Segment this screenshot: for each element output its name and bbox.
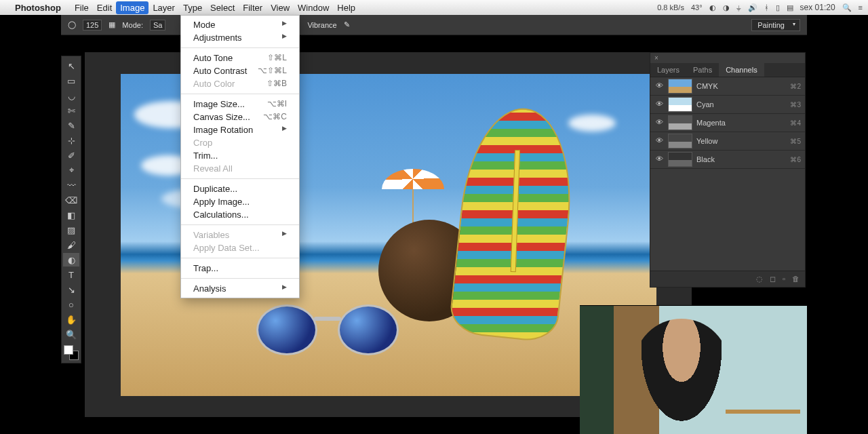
umbrella-graphic — [412, 179, 414, 226]
menuitem-trap[interactable]: Trap... — [181, 262, 299, 275]
menu-select[interactable]: Select — [206, 1, 239, 14]
channels-panel: × LayersPathsChannels 👁CMYK⌘2👁Cyan⌘3👁Mag… — [650, 52, 806, 288]
volume-icon[interactable]: 🔊 — [748, 3, 757, 12]
load-selection-icon[interactable]: ◌ — [756, 275, 763, 283]
menuitem-image-size[interactable]: Image Size...⌥⌘I — [181, 98, 299, 111]
menuitem-label: Trap... — [193, 263, 218, 273]
cloud-graphic — [568, 115, 616, 132]
tool-10[interactable]: ◧ — [63, 208, 79, 222]
tool-14[interactable]: T — [63, 268, 79, 281]
menuitem-shortcut: ⇧⌘L — [267, 53, 287, 63]
tool-15[interactable]: ↘ — [63, 283, 79, 296]
tool-4[interactable]: ✎ — [63, 119, 79, 132]
menuitem-label: Apply Data Set... — [193, 243, 260, 253]
menuitem-label: Image Size... — [193, 99, 245, 109]
menuitem-label: Auto Contrast — [193, 66, 248, 76]
menu-help[interactable]: Help — [333, 1, 359, 14]
brush-panel-icon[interactable]: ▦ — [108, 20, 115, 29]
spotlight-icon[interactable]: 🔍 — [842, 3, 852, 12]
tool-6[interactable]: ✐ — [63, 149, 79, 162]
mode-label: Mode: — [122, 21, 143, 29]
menuitem-canvas-size[interactable]: Canvas Size...⌥⌘C — [181, 111, 299, 123]
menu-layer[interactable]: Layer — [149, 1, 179, 14]
battery-icon[interactable]: ▯ — [776, 3, 780, 12]
menu-file[interactable]: File — [71, 1, 93, 14]
menuitem-auto-color: Auto Color⇧⌘B — [181, 77, 299, 90]
menuitem-image-rotation[interactable]: Image Rotation — [181, 123, 299, 136]
delete-channel-icon[interactable]: 🗑 — [792, 275, 800, 283]
tool-2[interactable]: ◡ — [63, 89, 79, 102]
menu-filter[interactable]: Filter — [239, 1, 267, 14]
menu-extras-icon[interactable]: ≡ — [859, 3, 863, 12]
menu-type[interactable]: Type — [179, 1, 206, 14]
channel-row-cmyk[interactable]: 👁CMYK⌘2 — [650, 77, 805, 96]
tool-0[interactable]: ↖ — [63, 59, 79, 73]
tool-18[interactable]: 🔍 — [63, 328, 79, 341]
tab-paths[interactable]: Paths — [686, 63, 719, 77]
menu-separator — [181, 224, 299, 225]
wifi-icon[interactable]: ⏚ — [736, 3, 741, 12]
tool-17[interactable]: ✋ — [63, 313, 79, 326]
channel-row-yellow[interactable]: 👁Yellow⌘5 — [650, 132, 805, 151]
menuitem-label: Calculations... — [193, 210, 249, 220]
panel-close-icon[interactable]: × — [650, 53, 805, 63]
tool-preset-icon[interactable]: ◯ — [68, 20, 76, 29]
menuitem-label: Adjustments — [193, 33, 242, 43]
channel-name: Cyan — [696, 100, 786, 108]
menu-edit[interactable]: Edit — [93, 1, 116, 14]
menuitem-crop: Crop — [181, 136, 299, 149]
menuitem-apply-image[interactable]: Apply Image... — [181, 195, 299, 208]
sunglasses-graphic — [256, 304, 399, 359]
save-selection-icon[interactable]: ◻ — [770, 275, 776, 283]
menuitem-duplicate[interactable]: Duplicate... — [181, 182, 299, 195]
menuitem-calculations[interactable]: Calculations... — [181, 208, 299, 221]
tool-12[interactable]: 🖌 — [63, 238, 79, 252]
clock[interactable]: sex 01:20 — [800, 3, 835, 12]
tool-1[interactable]: ▭ — [63, 74, 79, 87]
tablet-pressure-icon[interactable]: ✎ — [344, 20, 350, 29]
app-name[interactable]: Photoshop — [15, 3, 61, 13]
menu-view[interactable]: View — [267, 1, 294, 14]
tool-7[interactable]: ⌖ — [63, 163, 79, 177]
channel-row-black[interactable]: 👁Black⌘6 — [650, 151, 805, 169]
menu-window[interactable]: Window — [294, 1, 333, 14]
image-menu-dropdown: ModeAdjustmentsAuto Tone⇧⌘LAuto Contrast… — [180, 15, 300, 298]
network-speed: 0.8 kB/s — [657, 3, 684, 12]
tab-channels[interactable]: Channels — [719, 63, 764, 77]
menu-image[interactable]: Image — [116, 1, 149, 14]
visibility-icon[interactable]: 👁 — [654, 100, 664, 109]
tool-11[interactable]: ▨ — [63, 223, 79, 237]
visibility-icon[interactable]: 👁 — [654, 155, 664, 164]
channel-name: CMYK — [696, 82, 786, 90]
tool-3[interactable]: ✄ — [63, 104, 79, 117]
channel-row-magenta[interactable]: 👁Magenta⌘4 — [650, 114, 805, 132]
menuitem-label: Auto Color — [193, 79, 235, 89]
tool-9[interactable]: ⌫ — [63, 193, 79, 207]
tab-layers[interactable]: Layers — [650, 63, 686, 77]
new-channel-icon[interactable]: ▫ — [783, 275, 785, 283]
visibility-icon[interactable]: 👁 — [654, 81, 664, 91]
menuitem-auto-tone[interactable]: Auto Tone⇧⌘L — [181, 52, 299, 64]
color-swatches[interactable] — [64, 345, 79, 360]
workspace-dropdown[interactable]: Painting — [751, 19, 800, 31]
menuitem-auto-contrast[interactable]: Auto Contrast⌥⇧⌘L — [181, 64, 299, 77]
cpu-temp: 43° — [691, 3, 703, 12]
bluetooth-icon[interactable]: ᚼ — [764, 3, 769, 12]
tool-8[interactable]: 〰 — [63, 178, 79, 192]
channel-shortcut: ⌘4 — [790, 119, 801, 127]
brush-size-field[interactable]: 125 — [83, 20, 102, 31]
tool-16[interactable]: ○ — [63, 298, 79, 311]
channel-row-cyan[interactable]: 👁Cyan⌘3 — [650, 96, 805, 114]
visibility-icon[interactable]: 👁 — [654, 136, 664, 146]
menuitem-trim[interactable]: Trim... — [181, 149, 299, 162]
menuitem-adjustments[interactable]: Adjustments — [181, 31, 299, 44]
mode-dropdown[interactable]: Sa — [150, 20, 165, 31]
tool-13[interactable]: ◐ — [63, 253, 79, 267]
visibility-icon[interactable]: 👁 — [654, 118, 664, 127]
menuitem-analysis[interactable]: Analysis — [181, 282, 299, 295]
flag-icon[interactable]: ▤ — [787, 3, 793, 12]
flipflop-strap — [510, 150, 519, 272]
tool-5[interactable]: ⊹ — [63, 134, 79, 147]
letterbox-right — [807, 15, 868, 434]
menuitem-mode[interactable]: Mode — [181, 18, 299, 31]
